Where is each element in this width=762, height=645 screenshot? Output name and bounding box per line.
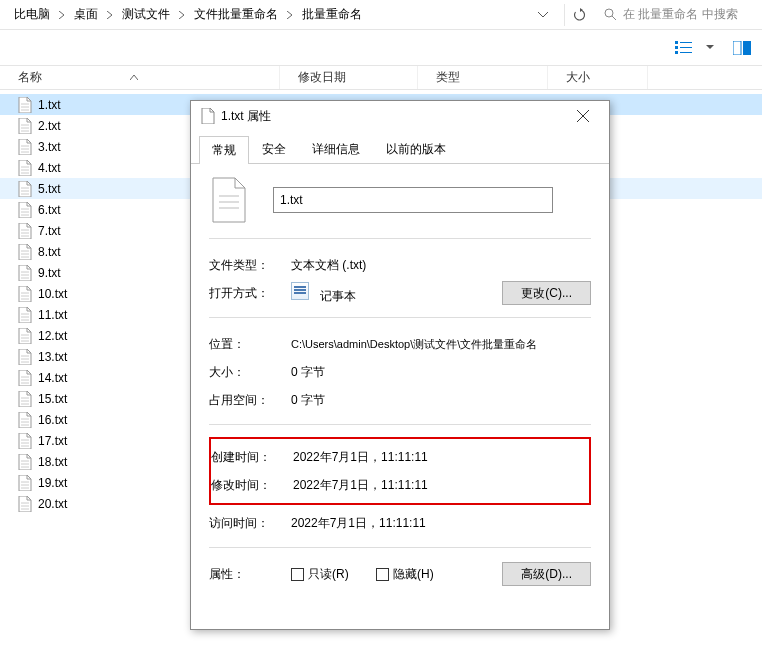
- txt-file-icon: [18, 160, 32, 176]
- svg-rect-5: [680, 47, 692, 48]
- chevron-right-icon: [284, 11, 296, 19]
- file-icon: [201, 108, 215, 124]
- svg-point-0: [605, 9, 613, 17]
- column-headers: 名称 修改日期 类型 大小: [0, 66, 762, 90]
- location-value: C:\Users\admin\Desktop\测试文件\文件批量重命名: [291, 337, 591, 352]
- tab-0[interactable]: 常规: [199, 136, 249, 164]
- location-label: 位置：: [209, 336, 291, 353]
- sizeondisk-value: 0 字节: [291, 392, 591, 409]
- svg-rect-2: [675, 41, 678, 44]
- txt-file-icon: [18, 265, 32, 281]
- readonly-checkbox[interactable]: 只读(R): [291, 567, 349, 581]
- svg-rect-7: [680, 52, 692, 53]
- filename-input[interactable]: [273, 187, 553, 213]
- search-input[interactable]: 在 批量重命名 中搜索: [596, 3, 756, 27]
- dialog-titlebar[interactable]: 1.txt 属性: [191, 101, 609, 131]
- file-name: 4.txt: [38, 161, 61, 175]
- address-bar: 比电脑桌面测试文件文件批量重命名批量重命名 在 批量重命名 中搜索: [0, 0, 762, 30]
- svg-rect-6: [675, 51, 678, 54]
- txt-file-icon: [18, 244, 32, 260]
- file-name: 19.txt: [38, 476, 67, 490]
- hidden-checkbox[interactable]: 隐藏(H): [376, 567, 434, 581]
- column-size[interactable]: 大小: [548, 66, 648, 89]
- change-button[interactable]: 更改(C)...: [502, 281, 591, 305]
- accessed-label: 访问时间：: [209, 515, 291, 532]
- preview-pane-icon[interactable]: [732, 39, 752, 57]
- size-label: 大小：: [209, 364, 291, 381]
- txt-file-icon: [18, 370, 32, 386]
- breadcrumb-segment[interactable]: 批量重命名: [298, 4, 366, 25]
- modified-value: 2022年7月1日，11:11:11: [293, 477, 589, 494]
- file-name: 7.txt: [38, 224, 61, 238]
- tab-2[interactable]: 详细信息: [299, 135, 373, 163]
- txt-file-icon: [18, 202, 32, 218]
- refresh-icon[interactable]: [564, 4, 586, 26]
- svg-rect-4: [675, 46, 678, 49]
- breadcrumb-dropdown-icon[interactable]: [532, 4, 554, 26]
- file-name: 15.txt: [38, 392, 67, 406]
- chevron-right-icon: [104, 11, 116, 19]
- tab-3[interactable]: 以前的版本: [373, 135, 459, 163]
- openwith-label: 打开方式：: [209, 285, 291, 302]
- svg-rect-3: [680, 42, 692, 43]
- txt-file-icon: [18, 475, 32, 491]
- breadcrumb-segment[interactable]: 文件批量重命名: [190, 4, 282, 25]
- file-name: 8.txt: [38, 245, 61, 259]
- search-icon: [604, 8, 617, 21]
- notepad-icon: [291, 282, 309, 300]
- txt-file-icon: [18, 349, 32, 365]
- file-name: 17.txt: [38, 434, 67, 448]
- attributes-checks: 只读(R) 隐藏(H): [291, 566, 502, 583]
- large-file-icon: [209, 176, 249, 224]
- txt-file-icon: [18, 139, 32, 155]
- file-name: 14.txt: [38, 371, 67, 385]
- attributes-label: 属性：: [209, 566, 291, 583]
- chevron-right-icon: [56, 11, 68, 19]
- txt-file-icon: [18, 328, 32, 344]
- txt-file-icon: [18, 496, 32, 512]
- breadcrumb-segment[interactable]: 桌面: [70, 4, 102, 25]
- txt-file-icon: [18, 391, 32, 407]
- txt-file-icon: [18, 307, 32, 323]
- modified-label: 修改时间：: [211, 477, 293, 494]
- time-highlight-box: 创建时间： 2022年7月1日，11:11:11 修改时间： 2022年7月1日…: [209, 437, 591, 505]
- view-dropdown-icon[interactable]: [706, 45, 714, 50]
- column-name[interactable]: 名称: [0, 66, 280, 89]
- toolbar: [0, 30, 762, 66]
- dialog-tabs: 常规安全详细信息以前的版本: [191, 131, 609, 164]
- file-name: 13.txt: [38, 350, 67, 364]
- advanced-button[interactable]: 高级(D)...: [502, 562, 591, 586]
- file-name: 1.txt: [38, 98, 61, 112]
- breadcrumb-segment[interactable]: 比电脑: [10, 4, 54, 25]
- created-value: 2022年7月1日，11:11:11: [293, 449, 589, 466]
- properties-dialog: 1.txt 属性 常规安全详细信息以前的版本 文件类型： 文本文档 (.txt)…: [190, 100, 610, 630]
- filetype-label: 文件类型：: [209, 257, 291, 274]
- file-name: 12.txt: [38, 329, 67, 343]
- txt-file-icon: [18, 454, 32, 470]
- txt-file-icon: [18, 223, 32, 239]
- breadcrumb[interactable]: 比电脑桌面测试文件文件批量重命名批量重命名: [6, 4, 532, 25]
- txt-file-icon: [18, 433, 32, 449]
- tab-1[interactable]: 安全: [249, 135, 299, 163]
- file-name: 2.txt: [38, 119, 61, 133]
- file-name: 3.txt: [38, 140, 61, 154]
- column-date[interactable]: 修改日期: [280, 66, 418, 89]
- txt-file-icon: [18, 97, 32, 113]
- file-name: 5.txt: [38, 182, 61, 196]
- details-view-icon[interactable]: [674, 39, 694, 57]
- dialog-body: 文件类型： 文本文档 (.txt) 打开方式： 记事本 更改(C)... 位置：…: [191, 164, 609, 600]
- file-name: 11.txt: [38, 308, 67, 322]
- size-value: 0 字节: [291, 364, 591, 381]
- txt-file-icon: [18, 286, 32, 302]
- file-name: 18.txt: [38, 455, 67, 469]
- file-name: 6.txt: [38, 203, 61, 217]
- column-type[interactable]: 类型: [418, 66, 548, 89]
- file-name: 10.txt: [38, 287, 67, 301]
- txt-file-icon: [18, 412, 32, 428]
- openwith-value: 记事本: [291, 282, 502, 305]
- close-button[interactable]: [563, 103, 603, 129]
- close-icon: [577, 110, 589, 122]
- breadcrumb-segment[interactable]: 测试文件: [118, 4, 174, 25]
- search-placeholder: 在 批量重命名 中搜索: [623, 6, 738, 23]
- svg-rect-8: [733, 41, 741, 55]
